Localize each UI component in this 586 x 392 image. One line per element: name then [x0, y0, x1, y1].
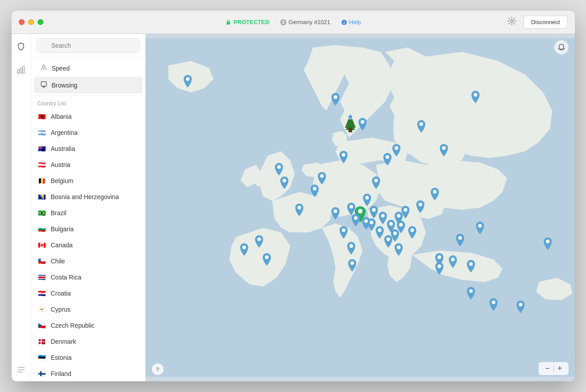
main-content: Speed Browsing Country [12, 34, 575, 381]
info-icon: i [341, 19, 347, 25]
titlebar-center: PROTECTED Germany #1021 i Help [225, 19, 361, 25]
svg-point-67 [469, 262, 472, 266]
country-item-bosnia-and-herzegovina[interactable]: 🇧🇦Bosnia and Herzegovina [31, 189, 145, 205]
settings-icon[interactable] [507, 17, 516, 28]
titlebar-right: Disconnect [507, 16, 567, 29]
svg-point-58 [546, 240, 549, 243]
country-list: 🇦🇱Albania🇦🇷Argentina🇦🇺Australia🇦🇹Austria… [31, 108, 145, 381]
svg-rect-9 [23, 66, 25, 73]
zoom-plus-button[interactable]: + [556, 364, 564, 373]
shield-icon-btn[interactable] [14, 39, 28, 54]
menu-icon-btn[interactable] [14, 363, 28, 377]
svg-point-74 [354, 216, 357, 220]
search-wrapper [37, 38, 140, 53]
svg-rect-7 [17, 70, 19, 73]
country-name: Canada [51, 242, 73, 249]
country-name: Austria [51, 161, 71, 168]
country-flag: 🇨🇿 [38, 321, 46, 330]
help-button[interactable]: ? [152, 363, 164, 375]
country-list-header: Country List [31, 96, 145, 108]
country-item-canada[interactable]: 🇨🇦Canada [31, 237, 145, 253]
svg-point-53 [393, 232, 396, 235]
protected-badge: PROTECTED [225, 19, 269, 25]
nav-item-browsing[interactable]: Browsing [34, 77, 143, 93]
svg-point-34 [365, 196, 369, 200]
globe-icon [280, 19, 287, 25]
svg-point-48 [385, 155, 389, 159]
country-item-cyprus[interactable]: 🇨🇾Cyprus [31, 301, 145, 317]
help-badge[interactable]: i Help [341, 19, 361, 25]
zoom-minus-button[interactable]: − [543, 364, 552, 373]
svg-point-33 [349, 205, 353, 209]
server-badge[interactable]: Germany #1021 [280, 19, 330, 25]
country-name: Belgium [51, 177, 74, 184]
country-name: Cyprus [51, 306, 71, 313]
country-flag: 🇦🇹 [38, 160, 46, 169]
country-item-costa-rica[interactable]: 🇨🇷Costa Rica [31, 269, 145, 285]
svg-point-36 [341, 153, 345, 157]
svg-point-45 [396, 246, 400, 249]
country-flag: 🇫🇮 [38, 369, 46, 378]
country-item-czech-republic[interactable]: 🇨🇿Czech Republic [31, 317, 145, 334]
country-name: Costa Rica [51, 274, 81, 281]
country-item-bulgaria[interactable]: 🇧🇬Bulgaria [31, 221, 145, 237]
notification-button[interactable] [554, 40, 569, 54]
svg-point-21 [333, 95, 337, 99]
country-flag: 🇧🇦 [38, 192, 46, 201]
browsing-icon [40, 81, 47, 89]
svg-rect-8 [20, 68, 22, 73]
nav-item-speed[interactable]: Speed [34, 60, 143, 76]
country-item-australia[interactable]: 🇦🇺Australia [31, 141, 145, 157]
country-name: Argentina [51, 129, 78, 136]
country-item-brazil[interactable]: 🇧🇷Brazil [31, 205, 145, 221]
svg-point-26 [277, 165, 281, 169]
svg-point-29 [297, 206, 301, 209]
country-item-denmark[interactable]: 🇩🇰Denmark [31, 334, 145, 350]
country-flag: 🇪🇪 [38, 353, 46, 362]
traffic-lights [19, 19, 43, 25]
stats-icon-btn[interactable] [14, 63, 28, 77]
svg-point-52 [478, 224, 481, 227]
svg-point-43 [349, 244, 353, 248]
svg-point-68 [469, 289, 472, 293]
country-flag: 🇦🇱 [38, 112, 46, 121]
disconnect-button[interactable]: Disconnect [523, 16, 567, 29]
country-item-estonia[interactable]: 🇪🇪Estonia [31, 350, 145, 366]
svg-rect-16 [41, 82, 46, 86]
country-name: Chile [51, 258, 65, 265]
country-item-belgium[interactable]: 🇧🇪Belgium [31, 173, 145, 189]
country-name: Estonia [51, 354, 72, 361]
bell-icon-svg [557, 43, 565, 51]
svg-point-51 [418, 203, 422, 206]
svg-point-66 [451, 258, 455, 261]
country-item-albania[interactable]: 🇦🇱Albania [31, 108, 145, 125]
svg-point-64 [396, 214, 400, 217]
svg-point-31 [312, 187, 316, 191]
svg-point-54 [386, 238, 390, 241]
zoom-divider [553, 365, 554, 372]
svg-point-65 [458, 236, 462, 240]
svg-point-32 [333, 209, 337, 213]
svg-point-35 [374, 179, 378, 182]
speed-icon [40, 64, 47, 72]
country-item-finland[interactable]: 🇫🇮Finland [31, 366, 145, 381]
country-item-chile[interactable]: 🇨🇱Chile [31, 253, 145, 269]
svg-rect-24 [348, 128, 352, 132]
svg-point-37 [381, 214, 384, 217]
country-flag: 🇩🇰 [38, 337, 46, 346]
country-item-croatia[interactable]: 🇭🇷Croatia [31, 285, 145, 301]
country-flag: 🇨🇾 [38, 305, 46, 314]
minimize-button[interactable] [28, 19, 34, 25]
svg-point-71 [350, 261, 354, 265]
maximize-button[interactable] [38, 19, 43, 25]
svg-point-62 [378, 228, 381, 232]
country-item-argentina[interactable]: 🇦🇷Argentina [31, 125, 145, 141]
close-button[interactable] [19, 19, 25, 25]
country-item-austria[interactable]: 🇦🇹Austria [31, 157, 145, 173]
search-input[interactable] [37, 38, 140, 53]
titlebar: PROTECTED Germany #1021 i Help [12, 11, 575, 34]
country-flag: 🇦🇷 [38, 128, 46, 137]
nav-items: Speed Browsing [31, 58, 145, 96]
svg-point-20 [361, 120, 364, 124]
svg-point-44 [257, 238, 261, 241]
